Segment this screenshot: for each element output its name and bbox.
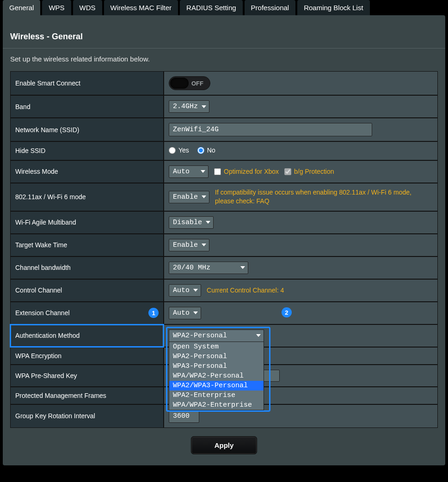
select-agile[interactable]: Disable <box>169 216 214 229</box>
chevron-down-icon <box>201 170 205 173</box>
label-wifi6: 802.11ax / Wi-Fi 6 mode <box>10 183 164 211</box>
select-wireless-mode[interactable]: Auto <box>169 165 209 178</box>
tab-bar: General WPS WDS Wireless MAC Filter RADI… <box>0 0 448 15</box>
label-hide-ssid: Hide SSID <box>10 141 164 160</box>
label-band: Band <box>10 95 164 118</box>
label-ext-ch-text: Extension Channel <box>15 309 70 317</box>
tab-radius[interactable]: RADIUS Setting <box>180 0 243 15</box>
select-band-value: 2.4GHz <box>173 103 198 110</box>
wifi6-info: If compatibility issue occurs when enabl… <box>215 188 428 206</box>
chevron-down-icon <box>193 289 198 292</box>
callout-2: 2 <box>282 307 292 317</box>
apply-button[interactable]: Apply <box>191 436 258 454</box>
chevron-down-icon <box>193 311 198 314</box>
input-group-key[interactable] <box>169 409 199 423</box>
toggle-smart-connect[interactable]: OFF <box>169 76 210 90</box>
chevron-down-icon <box>202 195 206 198</box>
auth-option[interactable]: Open System <box>169 342 264 352</box>
faq-link[interactable]: FAQ <box>257 197 270 205</box>
chevron-down-icon <box>256 334 261 337</box>
label-bg-protection: b/g Protection <box>294 168 334 175</box>
auth-option-selected[interactable]: WPA2/WPA3-Personal <box>169 381 264 390</box>
label-pmf: Protected Management Frames <box>10 387 164 404</box>
label-wireless-mode: Wireless Mode <box>10 160 164 183</box>
label-smart-connect: Enable Smart Connect <box>10 71 164 95</box>
toggle-knob <box>170 78 189 89</box>
select-wifi6[interactable]: Enable <box>169 191 209 203</box>
label-ext-ch: Extension Channel 1 <box>10 302 164 324</box>
select-auth-value: WPA2-Personal <box>173 332 227 340</box>
callout-1: 1 <box>148 308 159 318</box>
radio-no-label: No <box>207 146 215 154</box>
radio-hide-ssid-yes[interactable]: Yes <box>169 146 189 154</box>
select-auth-method[interactable]: WPA2-Personal <box>169 329 264 342</box>
radio-no-input[interactable] <box>197 147 204 154</box>
auth-dropdown-wrap: WPA2-Personal Open System WPA2-Personal … <box>169 329 264 342</box>
chevron-down-icon <box>202 244 206 246</box>
label-optimized-xbox: Optimized for Xbox <box>224 168 279 175</box>
select-ctrl-ch[interactable]: Auto <box>169 284 201 297</box>
page-title: Wireless - General <box>3 28 445 49</box>
input-ssid[interactable] <box>169 123 372 136</box>
radio-yes-label: Yes <box>178 146 189 154</box>
auth-option[interactable]: WPA2-Personal <box>169 352 264 361</box>
select-wireless-mode-value: Auto <box>173 168 190 176</box>
checkbox-optimized-xbox[interactable] <box>214 168 221 175</box>
label-ssid: Network Name (SSID) <box>10 118 164 141</box>
label-twt: Target Wake Time <box>10 234 164 256</box>
content-panel: Wireless - General Set up the wireless r… <box>3 15 445 465</box>
select-ext-ch[interactable]: Auto <box>169 307 201 319</box>
tab-mac-filter[interactable]: Wireless MAC Filter <box>104 0 178 15</box>
label-psk: WPA Pre-Shared Key <box>10 365 164 387</box>
tab-wds[interactable]: WDS <box>73 0 102 15</box>
select-band[interactable]: 2.4GHz <box>169 100 209 113</box>
select-ext-ch-value: Auto <box>173 309 190 317</box>
select-twt[interactable]: Enable <box>169 239 209 251</box>
select-ctrl-ch-value: Auto <box>173 287 190 294</box>
auth-option[interactable]: WPA/WPA2-Enterprise <box>169 400 264 410</box>
radio-hide-ssid-no[interactable]: No <box>197 146 215 154</box>
tab-general[interactable]: General <box>3 0 40 15</box>
label-ctrl-ch: Control Channel <box>10 279 164 302</box>
checkbox-bg-protection[interactable] <box>284 168 291 175</box>
apply-wrap: Apply <box>3 428 445 456</box>
settings-table: Enable Smart Connect OFF Band 2.4GHz Net… <box>10 71 438 428</box>
auth-option[interactable]: WPA2-Enterprise <box>169 390 264 400</box>
tab-roaming-block[interactable]: Roaming Block List <box>297 0 369 15</box>
label-chbw: Channel bandwidth <box>10 256 164 279</box>
radio-yes-input[interactable] <box>169 147 176 154</box>
auth-option[interactable]: WPA3-Personal <box>169 361 264 371</box>
label-wpa-enc: WPA Encryption <box>10 347 164 365</box>
select-twt-value: Enable <box>173 241 198 249</box>
chevron-down-icon <box>240 266 245 269</box>
select-agile-value: Disable <box>173 219 202 226</box>
tab-wps[interactable]: WPS <box>42 0 71 15</box>
chevron-down-icon <box>202 105 206 108</box>
ctrl-ch-info: Current Control Channel: 4 <box>207 287 284 294</box>
auth-options-list: Open System WPA2-Personal WPA3-Personal … <box>169 342 264 410</box>
wifi6-info-text: If compatibility issue occurs when enabl… <box>215 189 411 205</box>
radio-group-hide-ssid: Yes No <box>169 146 215 154</box>
auth-option[interactable]: WPA/WPA2-Personal <box>169 371 264 381</box>
page-description: Set up the wireless related information … <box>3 49 445 71</box>
select-chbw[interactable]: 20/40 MHz <box>169 262 248 274</box>
label-agile: Wi-Fi Agile Multiband <box>10 211 164 234</box>
select-chbw-value: 20/40 MHz <box>173 264 210 272</box>
toggle-label-off: OFF <box>191 80 203 87</box>
label-group-key: Group Key Rotation Interval <box>10 404 164 428</box>
chevron-down-icon <box>206 221 210 224</box>
select-wifi6-value: Enable <box>173 193 198 201</box>
label-auth-method: Authentication Method <box>10 324 164 347</box>
tab-professional[interactable]: Professional <box>245 0 296 15</box>
